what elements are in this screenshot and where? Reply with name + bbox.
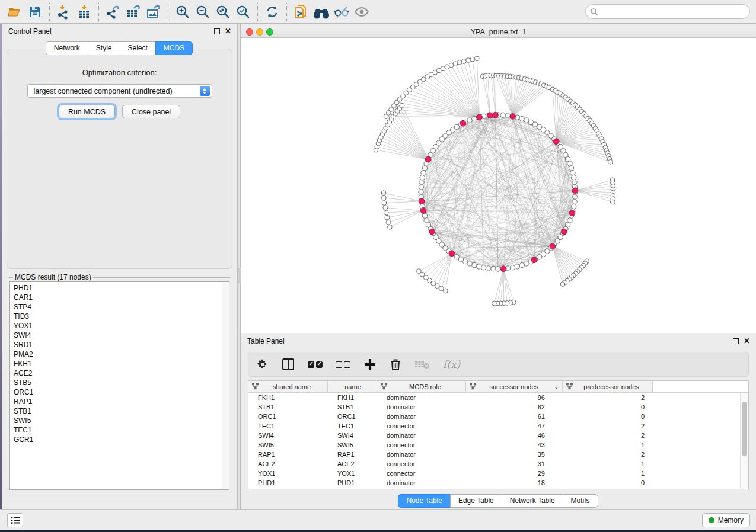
graph-node[interactable] (424, 218, 429, 223)
cell-successor-nodes[interactable]: 18 (466, 479, 563, 486)
table-row[interactable]: FKH1FKH1dominator962 (248, 393, 740, 402)
graph-leaf-node[interactable] (382, 201, 387, 206)
graph-node[interactable] (472, 262, 477, 267)
share-document-icon[interactable] (291, 2, 311, 21)
graph-node[interactable] (420, 175, 425, 180)
mcds-result-item[interactable]: STB1 (14, 406, 229, 416)
graph-node[interactable] (422, 213, 427, 218)
cell-name[interactable]: RAP1 (328, 451, 377, 458)
graph-leaf-node[interactable] (384, 210, 388, 215)
graph-node[interactable] (524, 261, 529, 266)
export-network-icon[interactable] (103, 2, 123, 21)
mcds-result-item[interactable]: FKH1 (14, 359, 229, 368)
mcds-result-item[interactable]: CAR1 (14, 293, 229, 302)
graph-node[interactable] (419, 190, 423, 194)
mcds-result-list[interactable]: PHD1CAR1STP4TID3YOX1SWI4SRD1PMA2FKH1ACE2… (9, 281, 229, 490)
cell-mcds-role[interactable]: dominator (377, 432, 466, 439)
select-all-icon[interactable] (308, 361, 323, 368)
cell-successor-nodes[interactable]: 43 (466, 441, 563, 448)
cell-mcds-role[interactable]: dominator (377, 479, 466, 486)
graph-node[interactable] (419, 180, 424, 185)
graph-node[interactable] (421, 171, 426, 175)
cell-name[interactable]: SWI5 (328, 441, 377, 448)
search-input[interactable] (598, 6, 749, 18)
mcds-result-item[interactable]: SRD1 (14, 340, 229, 350)
graph-node[interactable] (500, 113, 505, 117)
graph-node[interactable] (491, 267, 496, 271)
table-row[interactable]: STB1STB1dominator620 (248, 402, 740, 412)
table-row[interactable]: SWI5SWI5connector431 (248, 440, 740, 450)
add-column-icon[interactable] (363, 358, 377, 371)
cell-predecessor-nodes[interactable]: 2 (563, 422, 653, 430)
delete-icon[interactable] (390, 358, 401, 371)
graph-node[interactable] (472, 116, 477, 121)
graph-leaf-node[interactable] (381, 196, 386, 200)
binoculars-icon[interactable] (311, 2, 331, 21)
cell-successor-nodes[interactable]: 46 (466, 432, 563, 439)
graph-node[interactable] (481, 265, 486, 270)
cell-mcds-role[interactable]: dominator (377, 403, 466, 411)
graph-node[interactable] (572, 180, 577, 185)
graph-leaf-node[interactable] (453, 62, 458, 66)
cell-shared-name[interactable]: ORC1 (248, 413, 328, 420)
zoom-in-icon[interactable] (173, 2, 193, 21)
export-image-icon[interactable] (143, 2, 164, 21)
close-panel-icon[interactable]: ✕ (744, 338, 750, 344)
save-session-icon[interactable] (25, 2, 45, 21)
graph-hub-node[interactable] (449, 251, 455, 257)
table-row[interactable]: TEC1TEC1connector472 (248, 421, 740, 431)
graph-leaf-node[interactable] (443, 289, 448, 293)
graph-leaf-node[interactable] (388, 225, 393, 229)
function-builder-icon[interactable]: f(x) (443, 358, 460, 370)
cell-shared-name[interactable]: TEC1 (248, 422, 328, 430)
mcds-result-item[interactable]: PMA2 (14, 350, 229, 359)
cell-name[interactable]: FKH1 (328, 394, 377, 401)
graph-leaf-node[interactable] (466, 58, 471, 63)
graph-node[interactable] (422, 166, 427, 171)
cell-successor-nodes[interactable]: 29 (466, 470, 563, 477)
cell-shared-name[interactable]: YOX1 (248, 470, 328, 477)
column-sort-caret-icon[interactable]: ⌄ (554, 384, 559, 390)
open-file-icon[interactable] (5, 2, 25, 21)
cell-successor-nodes[interactable]: 31 (466, 460, 563, 467)
gear-icon[interactable] (257, 358, 269, 370)
graph-hub-node[interactable] (429, 229, 435, 235)
zoom-selected-icon[interactable] (233, 2, 253, 21)
graph-node[interactable] (519, 116, 524, 121)
cell-mcds-role[interactable]: dominator (377, 413, 466, 420)
cell-predecessor-nodes[interactable]: 1 (563, 441, 653, 448)
graph-node[interactable] (519, 262, 524, 267)
cell-predecessor-nodes[interactable]: 1 (563, 460, 653, 467)
tab-network[interactable]: Network (46, 41, 88, 55)
graph-node[interactable] (419, 185, 423, 190)
mcds-result-item[interactable]: ORC1 (14, 387, 229, 397)
hide-glasses-icon[interactable] (331, 2, 352, 21)
column-header-MCDS-role[interactable]: MCDS role (377, 381, 466, 392)
table-row[interactable]: ACE2ACE2connector311 (248, 459, 740, 469)
table-row[interactable]: ORC1ORC1dominator610 (248, 412, 740, 421)
close-panel-button[interactable]: Close panel (122, 105, 180, 118)
tab-style[interactable]: Style (88, 41, 120, 55)
mcds-result-item[interactable]: RAP1 (14, 397, 229, 406)
column-header-name[interactable]: name (328, 381, 377, 392)
mcds-result-item[interactable]: STP4 (14, 302, 229, 312)
graph-hub-node[interactable] (477, 114, 483, 120)
graph-hub-node[interactable] (487, 113, 493, 118)
memory-button[interactable]: Memory (702, 513, 750, 527)
cell-predecessor-nodes[interactable]: 1 (563, 470, 653, 477)
graph-node[interactable] (569, 166, 573, 171)
network-canvas[interactable] (241, 38, 756, 333)
graph-leaf-node[interactable] (385, 215, 390, 220)
cell-successor-nodes[interactable]: 96 (466, 394, 563, 401)
graph-hub-node[interactable] (425, 156, 431, 162)
tab-node-table[interactable]: Node Table (398, 494, 451, 508)
graph-leaf-node[interactable] (470, 57, 475, 62)
tab-select[interactable]: Select (120, 41, 156, 55)
cell-shared-name[interactable]: SWI4 (248, 432, 328, 439)
zoom-fit-icon[interactable] (213, 2, 233, 21)
graph-node[interactable] (567, 161, 572, 166)
graph-hub-node[interactable] (553, 139, 559, 145)
export-table-icon[interactable] (123, 2, 143, 21)
mcds-result-item[interactable]: TEC1 (14, 425, 229, 435)
scrollbar-track[interactable] (222, 282, 229, 489)
